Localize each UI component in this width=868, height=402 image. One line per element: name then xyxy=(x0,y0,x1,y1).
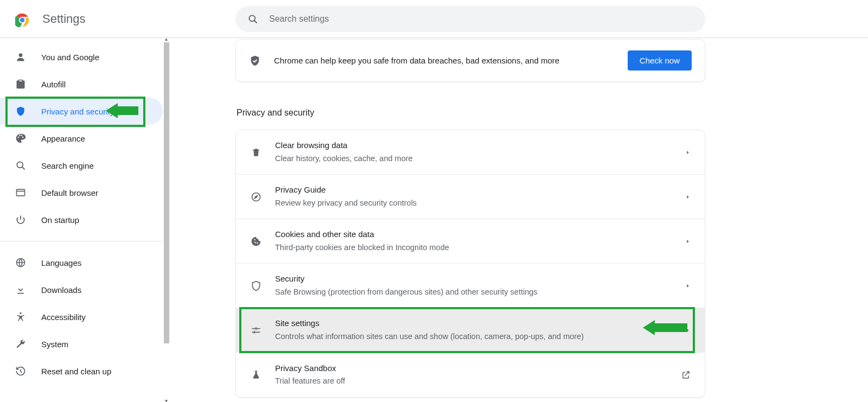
tune-icon xyxy=(250,324,262,336)
row-title: Site settings xyxy=(275,317,685,330)
download-icon xyxy=(15,284,26,295)
sidebar-item-label: Privacy and security xyxy=(41,107,114,116)
check-now-button[interactable]: Check now xyxy=(628,50,692,71)
accessibility-icon xyxy=(15,311,26,322)
privacy-security-list: Clear browsing data Clear history, cooki… xyxy=(235,130,705,398)
header-bar: Settings xyxy=(0,0,868,38)
sidebar-item-search-engine[interactable]: Search engine xyxy=(0,152,163,179)
row-subtitle: Controls what information sites can use … xyxy=(275,331,685,343)
clipboard-icon xyxy=(15,79,26,90)
svg-point-5 xyxy=(19,53,23,57)
history-icon xyxy=(15,366,26,377)
chevron-right-icon xyxy=(685,283,691,289)
row-privacy-guide[interactable]: Privacy Guide Review key privacy and sec… xyxy=(236,175,705,219)
wrench-icon xyxy=(15,339,26,349)
sidebar-item-label: Appearance xyxy=(41,134,85,143)
sidebar-item-label: Default browser xyxy=(41,188,98,197)
globe-icon xyxy=(15,257,26,268)
row-subtitle: Clear history, cookies, cache, and more xyxy=(275,153,685,165)
search-settings-input[interactable] xyxy=(235,6,705,32)
svg-rect-8 xyxy=(17,189,25,196)
sidebar-item-label: Accessibility xyxy=(41,312,86,322)
sidebar: You and Google Autofill Privacy and secu… xyxy=(0,38,163,402)
sidebar-item-label: Search engine xyxy=(41,161,94,170)
search-icon xyxy=(247,14,258,24)
svg-point-11 xyxy=(20,312,21,314)
person-icon xyxy=(15,52,26,62)
sidebar-item-default-browser[interactable]: Default browser xyxy=(0,179,163,206)
row-cookies[interactable]: Cookies and other site data Third-party … xyxy=(236,219,705,264)
row-subtitle: Third-party cookies are blocked in Incog… xyxy=(275,242,685,254)
page-title: Settings xyxy=(42,12,86,26)
row-subtitle: Review key privacy and security controls xyxy=(275,197,685,209)
row-title: Privacy Sandbox xyxy=(275,362,681,375)
sidebar-item-label: Downloads xyxy=(41,285,81,295)
section-heading: Privacy and security xyxy=(237,108,868,118)
flask-icon xyxy=(250,369,262,381)
sidebar-item-label: Languages xyxy=(41,258,81,267)
sidebar-item-reset-cleanup[interactable]: Reset and clean up xyxy=(0,358,163,385)
sidebar-item-system[interactable]: System xyxy=(0,330,163,358)
row-subtitle: Trial features are off xyxy=(275,375,681,387)
row-title: Clear browsing data xyxy=(275,139,685,152)
sidebar-item-label: You and Google xyxy=(41,53,99,62)
row-subtitle: Safe Browsing (protection from dangerous… xyxy=(275,286,685,298)
sidebar-item-you-and-google[interactable]: You and Google xyxy=(0,43,163,71)
sidebar-item-on-startup[interactable]: On startup xyxy=(0,206,163,233)
row-title: Privacy Guide xyxy=(275,184,685,196)
svg-marker-13 xyxy=(255,195,258,198)
shield-icon xyxy=(15,106,26,117)
sidebar-item-label: System xyxy=(41,340,68,349)
svg-line-7 xyxy=(22,167,25,170)
cookie-icon xyxy=(250,235,262,247)
sidebar-item-languages[interactable]: Languages xyxy=(0,249,163,276)
annotation-arrow-sidebar xyxy=(106,103,138,118)
row-title: Cookies and other site data xyxy=(275,228,685,241)
chrome-logo-icon xyxy=(15,13,27,25)
search-icon xyxy=(15,160,26,171)
open-external-icon xyxy=(681,370,691,380)
compass-icon xyxy=(250,191,262,203)
sidebar-item-autofill[interactable]: Autofill xyxy=(0,71,163,98)
chevron-right-icon xyxy=(685,150,691,155)
annotation-arrow-row xyxy=(643,320,687,335)
row-title: Security xyxy=(275,273,685,285)
sidebar-item-label: Reset and clean up xyxy=(41,367,111,376)
browser-icon xyxy=(15,187,26,198)
svg-point-2 xyxy=(20,17,25,22)
svg-line-4 xyxy=(254,21,257,23)
shield-outline-icon xyxy=(250,280,262,292)
power-icon xyxy=(15,214,26,225)
main-content: Chrome can help keep you safe from data … xyxy=(163,38,868,402)
row-privacy-sandbox[interactable]: Privacy Sandbox Trial features are off xyxy=(236,353,705,397)
verified-shield-icon xyxy=(249,55,261,67)
chevron-right-icon xyxy=(685,194,691,200)
trash-icon xyxy=(250,146,262,158)
search-settings-field[interactable] xyxy=(269,14,705,24)
sidebar-item-downloads[interactable]: Downloads xyxy=(0,276,163,303)
sidebar-item-label: Autofill xyxy=(41,80,66,89)
chevron-right-icon xyxy=(685,239,691,244)
sidebar-item-label: On startup xyxy=(41,215,79,225)
sidebar-divider xyxy=(0,241,163,241)
sidebar-item-appearance[interactable]: Appearance xyxy=(0,125,163,152)
row-security[interactable]: Security Safe Browsing (protection from … xyxy=(236,264,705,308)
row-site-settings[interactable]: Site settings Controls what information … xyxy=(236,308,705,353)
safety-check-card: Chrome can help keep you safe from data … xyxy=(235,39,705,82)
palette-icon xyxy=(15,133,26,144)
row-clear-browsing-data[interactable]: Clear browsing data Clear history, cooki… xyxy=(236,130,705,175)
safety-check-message: Chrome can help keep you safe from data … xyxy=(274,56,628,65)
sidebar-item-privacy-security[interactable]: Privacy and security xyxy=(0,98,163,125)
sidebar-item-accessibility[interactable]: Accessibility xyxy=(0,303,163,330)
